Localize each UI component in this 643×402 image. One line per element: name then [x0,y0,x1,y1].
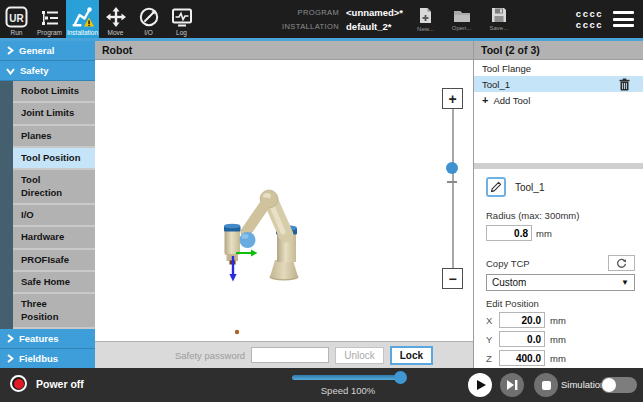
stop-button[interactable] [534,373,558,397]
new-button[interactable]: New... [417,7,434,32]
radius-label: Radius (max: 300mm) [486,210,635,221]
new-button-label: New... [417,26,434,32]
step-button[interactable] [500,373,524,397]
sidebar-item-three-position[interactable]: Three Position [13,294,95,329]
robot-panel: Robot [95,41,473,368]
pencil-icon [490,181,502,193]
file-status: PROGRAM <unnamed>* INSTALLATION default_… [282,7,403,32]
save-button[interactable]: Save... [489,7,508,31]
power-status-label: Power off [36,378,84,390]
zoom-out-button[interactable]: − [442,268,463,289]
tab-run[interactable]: UR Run [0,0,33,38]
lock-button[interactable]: Lock [390,346,433,365]
sidebar-item-robot-limits[interactable]: Robot Limits [13,81,95,103]
sidebar-section-fieldbus[interactable]: Fieldbus [0,349,95,368]
sidebar-section-label: Features [19,333,59,344]
edit-position-label: Edit Position [486,298,635,309]
speed-slider-track[interactable] [292,375,404,380]
speed-slider-handle[interactable] [394,371,407,384]
tab-installation[interactable]: Installation [66,0,99,38]
open-button[interactable]: Open... [452,8,472,31]
x-position-input[interactable] [499,312,545,328]
tab-run-label: Run [11,29,23,36]
y-position-input[interactable] [499,331,545,347]
safety-password-input[interactable] [251,347,329,363]
plus-icon: + [482,94,488,106]
tab-log[interactable]: Log [165,0,198,38]
chevron-right-icon [6,46,14,55]
new-file-icon [418,7,433,24]
step-icon [507,380,518,390]
copy-tcp-label: Copy TCP [486,258,530,269]
simulation-label: Simulation [561,379,605,390]
sidebar-section-label: General [19,45,54,56]
x-axis-label: X [486,315,494,326]
tool-detail-card: Tool_1 Radius (max: 300mm) mm Copy TCP C… [474,169,643,368]
sidebar-item-hardware[interactable]: Hardware [13,227,95,249]
robot-arm-icon [71,5,95,28]
sidebar-section-general[interactable]: General [0,41,95,61]
ur-logo-icon: UR [5,6,28,28]
refresh-tcp-button[interactable] [608,255,635,271]
tab-program[interactable]: Program [33,0,66,38]
z-position-input[interactable] [499,350,545,366]
safety-password-label: Safety password [175,350,245,361]
power-status-button[interactable]: Power off [10,375,84,392]
play-button[interactable] [468,373,492,397]
tab-io[interactable]: I/O [132,0,165,38]
unlock-button[interactable]: Unlock [335,347,384,364]
file-actions: New... Open... Save... [417,0,508,38]
zoom-slider-handle[interactable] [446,162,458,174]
tab-move[interactable]: Move [99,0,132,38]
tool-panel-title: Tool (2 of 3) [474,41,643,60]
svg-text:UR: UR [9,13,24,24]
power-icon [10,375,27,392]
safety-password-bar: Safety password Unlock Lock [95,341,473,368]
bottom-bar: Power off Speed 100% Simulation [0,368,643,402]
program-name: <unnamed>* [346,7,403,18]
simulation-toggle[interactable] [601,377,637,393]
hamburger-menu-icon[interactable] [613,11,634,27]
rename-tool-button[interactable] [486,177,506,197]
sidebar-item-profisafe[interactable]: PROFIsafe [13,250,95,272]
add-tool-button[interactable]: + Add Tool [474,92,643,108]
account-name: cccc cccc [576,8,603,31]
chevron-down-icon [6,67,15,75]
play-icon [477,380,486,390]
sidebar-item-tool-direction[interactable]: Tool Direction [13,170,95,205]
sidebar-item-joint-limits[interactable]: Joint Limits [13,103,95,125]
sidebar-item-io[interactable]: I/O [13,205,95,227]
program-tree-icon [40,8,60,28]
copy-tcp-dropdown[interactable]: Custom ▼ [486,274,635,291]
copy-tcp-selected: Custom [492,277,526,288]
zoom-slider-track[interactable] [452,109,454,268]
sidebar-item-planes[interactable]: Planes [13,126,95,148]
sidebar-section-safety[interactable]: Safety [0,61,95,81]
zoom-in-button[interactable]: + [442,88,463,109]
tool-list-item-tool-flange[interactable]: Tool Flange [474,60,643,76]
sidebar-item-tool-position[interactable]: Tool Position [13,148,95,170]
sidebar-section-label: Fieldbus [19,353,58,364]
radius-unit: mm [536,228,552,239]
tool-panel: Tool (2 of 3) Tool Flange Tool_1 + Add T… [473,41,643,368]
tool-list: Tool Flange Tool_1 + Add Tool [474,60,643,163]
dropdown-caret-icon: ▼ [621,278,629,287]
move-arrows-icon [105,6,127,28]
radius-input[interactable] [486,225,532,241]
robot-panel-title: Robot [95,41,473,60]
robot-3d-view[interactable]: + − [95,60,473,341]
delete-tool-icon[interactable] [619,78,630,91]
toggle-knob [602,378,616,392]
tcp-safety-sphere [240,232,256,248]
sidebar-item-safe-home[interactable]: Safe Home [13,272,95,294]
tool-list-item-tool-1[interactable]: Tool_1 [474,76,643,92]
tab-program-label: Program [37,29,62,36]
sidebar-section-features[interactable]: Features [0,329,95,349]
save-button-label: Save... [489,25,508,31]
program-label: PROGRAM [282,8,339,17]
log-monitor-icon [171,7,193,28]
chevron-right-icon [6,354,14,363]
robot-arm-3d [95,60,473,341]
sidebar: General Safety Robot Limits Joint Limits… [0,41,95,368]
sidebar-section-label: Safety [20,65,49,76]
